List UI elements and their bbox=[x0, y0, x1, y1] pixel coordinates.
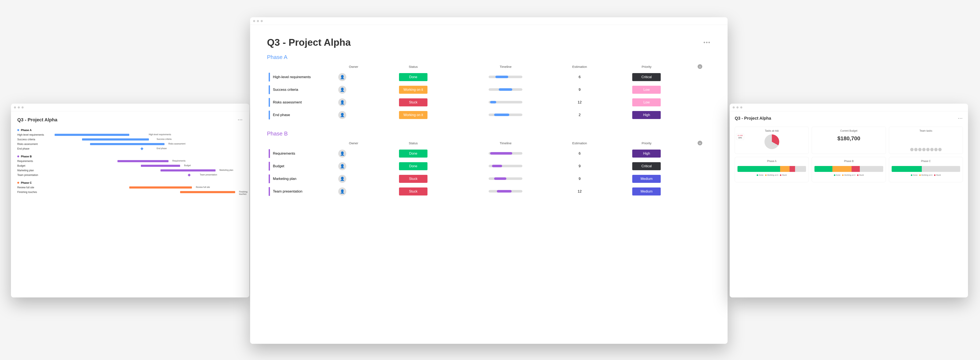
gantt-bar[interactable] bbox=[180, 191, 235, 193]
gantt-bar[interactable] bbox=[90, 143, 164, 145]
gantt-label: Finishing touches bbox=[17, 190, 47, 193]
owner-avatar[interactable]: 👤 bbox=[338, 175, 346, 183]
gantt-phase-heading: Phase C bbox=[17, 181, 243, 184]
gantt-bar-label: Success criteria bbox=[157, 138, 172, 140]
card-title: Phase A bbox=[738, 160, 806, 163]
timeline-bar[interactable] bbox=[488, 165, 522, 167]
row-bar bbox=[269, 73, 270, 81]
table-row[interactable]: Requirements 👤 Done 6 High bbox=[267, 148, 711, 159]
phase-title: Phase B bbox=[267, 130, 711, 137]
gantt-bar-label: High-level requirements bbox=[149, 133, 171, 136]
timeline-bar[interactable] bbox=[488, 190, 522, 192]
row-bar bbox=[269, 111, 270, 119]
gantt-bar[interactable] bbox=[129, 186, 192, 189]
card-budget[interactable]: Current Budget $180,700 bbox=[812, 127, 886, 154]
gantt-bar[interactable] bbox=[141, 165, 180, 167]
task-name: Success criteria bbox=[273, 88, 298, 92]
status-pill[interactable]: Stuck bbox=[399, 187, 428, 195]
gantt-row[interactable]: High-level requirements High-level requi… bbox=[17, 133, 243, 137]
status-pill[interactable]: Working on it bbox=[399, 86, 428, 94]
priority-pill[interactable]: Low bbox=[632, 86, 661, 94]
card-phase-progress[interactable]: Phase B Done Working on it Stuck bbox=[812, 157, 886, 182]
task-name: End phase bbox=[273, 113, 290, 117]
more-menu[interactable]: ••• bbox=[958, 117, 963, 120]
gantt-bar[interactable] bbox=[161, 170, 215, 171]
gantt-label: Review full site bbox=[17, 186, 47, 189]
priority-pill[interactable]: Low bbox=[632, 98, 661, 106]
titlebar bbox=[11, 104, 249, 111]
gantt-row[interactable]: Risks assessment Risks assessment bbox=[17, 142, 243, 146]
gantt-row[interactable]: Success criteria Success criteria bbox=[17, 137, 243, 142]
col-timeline: Timeline bbox=[456, 140, 555, 147]
window-dot bbox=[257, 20, 259, 22]
gantt-row[interactable]: Requirements Requirements bbox=[17, 159, 243, 163]
owner-avatar[interactable]: 👤 bbox=[338, 73, 346, 81]
col-owner: Owner bbox=[337, 63, 371, 70]
add-column-button[interactable]: + bbox=[698, 141, 702, 145]
avatar-icon bbox=[910, 148, 913, 151]
gantt-row[interactable]: Review full site Review full site bbox=[17, 185, 243, 190]
gantt-row[interactable]: Team presentation Team presentation bbox=[17, 173, 243, 178]
status-pill[interactable]: Stuck bbox=[399, 98, 428, 106]
more-menu[interactable]: ••• bbox=[238, 118, 243, 122]
phase-title: Phase A bbox=[267, 54, 711, 60]
priority-pill[interactable]: Medium bbox=[632, 187, 661, 195]
card-title: Phase C bbox=[892, 160, 960, 163]
gantt-row[interactable]: Marketing plan Marketing plan bbox=[17, 168, 243, 173]
owner-avatar[interactable]: 👤 bbox=[338, 162, 346, 170]
status-pill[interactable]: Stuck bbox=[399, 175, 428, 183]
priority-pill[interactable]: High bbox=[632, 149, 661, 157]
card-tasks-at-risk[interactable]: Tasks at risk At risk 33% bbox=[735, 127, 809, 154]
table-row[interactable]: Team presentation 👤 Stuck 12 Medium bbox=[267, 186, 711, 197]
priority-pill[interactable]: High bbox=[632, 111, 661, 119]
table-row[interactable]: Success criteria 👤 Working on it 9 Low bbox=[267, 84, 711, 95]
stacked-bar bbox=[892, 166, 960, 172]
timeline-bar[interactable] bbox=[488, 76, 522, 78]
status-pill[interactable]: Working on it bbox=[399, 111, 428, 119]
gantt-bar[interactable] bbox=[82, 138, 149, 141]
priority-pill[interactable]: Critical bbox=[632, 162, 661, 170]
status-pill[interactable]: Done bbox=[399, 149, 428, 157]
timeline-bar[interactable] bbox=[488, 88, 522, 91]
owner-avatar[interactable]: 👤 bbox=[338, 98, 346, 106]
card-phase-progress[interactable]: Phase A Done Working on it Stuck bbox=[735, 157, 809, 182]
estimation-value: 9 bbox=[555, 173, 604, 184]
stacked-bar bbox=[815, 166, 883, 172]
col-estimation: Estimation bbox=[555, 140, 604, 147]
avatar-icon bbox=[938, 148, 942, 151]
card-team-tasks[interactable]: Team tasks bbox=[889, 127, 963, 154]
table-row[interactable]: High-level requirements 👤 Done 6 Critica… bbox=[267, 71, 711, 83]
status-pill[interactable]: Done bbox=[399, 162, 428, 170]
timeline-bar[interactable] bbox=[488, 101, 522, 103]
card-phase-progress[interactable]: Phase C Done Working on it Stuck bbox=[889, 157, 963, 182]
table-row[interactable]: Marketing plan 👤 Stuck 9 Medium bbox=[267, 173, 711, 184]
add-column-button[interactable]: + bbox=[698, 64, 702, 69]
timeline-bar[interactable] bbox=[488, 114, 522, 116]
more-menu[interactable]: ••• bbox=[703, 40, 711, 45]
row-bar bbox=[269, 187, 270, 196]
timeline-bar[interactable] bbox=[488, 152, 522, 155]
owner-avatar[interactable]: 👤 bbox=[338, 149, 346, 157]
card-title: Current Budget bbox=[815, 129, 883, 132]
gantt-label: Risks assessment bbox=[17, 143, 47, 146]
status-pill[interactable]: Done bbox=[399, 73, 428, 81]
timeline-bar[interactable] bbox=[488, 178, 522, 180]
gantt-row[interactable]: Budget Budget bbox=[17, 163, 243, 168]
col-owner: Owner bbox=[337, 140, 371, 147]
table-row[interactable]: Risks assessment 👤 Stuck 12 Low bbox=[267, 97, 711, 108]
gantt-label: Budget bbox=[17, 164, 47, 167]
gantt-bar[interactable] bbox=[55, 134, 129, 136]
table-row[interactable]: End phase 👤 Working on it 2 High bbox=[267, 109, 711, 121]
gantt-bar[interactable] bbox=[118, 160, 169, 162]
budget-value: $180,700 bbox=[815, 135, 883, 142]
priority-pill[interactable]: Medium bbox=[632, 175, 661, 183]
owner-avatar[interactable]: 👤 bbox=[338, 187, 346, 195]
owner-avatar[interactable]: 👤 bbox=[338, 86, 346, 94]
gantt-row[interactable]: Finishing touches Finishing touches bbox=[17, 190, 243, 194]
priority-pill[interactable]: Critical bbox=[632, 73, 661, 81]
owner-avatar[interactable]: 👤 bbox=[338, 111, 346, 119]
gantt-row[interactable]: End phase End phase bbox=[17, 146, 243, 151]
table-row[interactable]: Budget 👤 Done 9 Critical bbox=[267, 160, 711, 172]
col-priority: Priority bbox=[604, 140, 689, 147]
gantt-label: Team presentation bbox=[17, 174, 47, 176]
